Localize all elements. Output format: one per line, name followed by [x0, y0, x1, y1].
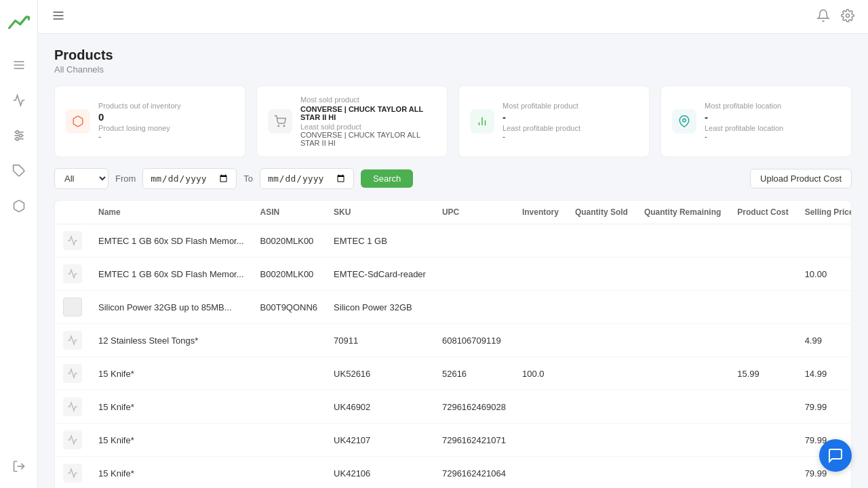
- col-icon: [55, 201, 90, 224]
- cell-sku: UK46902: [326, 390, 434, 424]
- cell-name: Silicon Power 32GB up to 85MB...: [90, 291, 252, 324]
- card-profitable-location-sublabel: Least profitable location: [705, 124, 783, 132]
- row-icon-cell: [55, 291, 90, 324]
- card-profitable-location-label: Most profitable location: [705, 102, 783, 110]
- cell-asin: B00T9QONN6: [252, 291, 326, 324]
- cell-name: 15 Knife*: [90, 457, 252, 489]
- barchart-card-icon: [470, 109, 494, 134]
- cell-inventory: [514, 424, 567, 457]
- svg-point-7: [19, 134, 22, 137]
- row-icon-cell: [55, 390, 90, 424]
- cell-quantity_remaining: [636, 390, 729, 424]
- table-row: Silicon Power 32GB up to 85MB...B00T9QON…: [55, 291, 852, 324]
- cell-quantity_sold: [567, 258, 636, 291]
- search-button[interactable]: Search: [361, 169, 413, 188]
- cell-product_cost: [729, 224, 796, 258]
- from-label: From: [115, 174, 136, 184]
- cell-quantity_remaining: [636, 324, 729, 357]
- cell-sku: UK42107: [326, 424, 434, 457]
- sidebar: [0, 0, 38, 488]
- cell-inventory: [514, 457, 567, 489]
- cell-name: 12 Stainless Steel Tongs*: [90, 324, 252, 357]
- cell-asin: B0020MLK00: [252, 224, 326, 258]
- date-from-input[interactable]: [142, 168, 237, 189]
- to-label: To: [243, 174, 253, 184]
- notification-icon[interactable]: [816, 9, 830, 24]
- svg-point-14: [846, 14, 850, 18]
- cell-product_cost: [729, 258, 796, 291]
- cell-asin: B0020MLK00: [252, 258, 326, 291]
- row-icon-cell: [55, 424, 90, 457]
- cell-product_cost: [729, 457, 796, 489]
- card-profitable-location-subvalue: -: [705, 132, 783, 142]
- cell-quantity_sold: [567, 291, 636, 324]
- card-profitable-product-value: -: [502, 111, 580, 123]
- channel-select[interactable]: All: [54, 168, 108, 189]
- card-most-sold: Most sold product CONVERSE | CHUCK TAYLO…: [256, 85, 448, 157]
- col-sku: SKU: [326, 201, 434, 224]
- row-icon-cell: [55, 258, 90, 291]
- menu-toggle-icon[interactable]: [8, 54, 30, 76]
- cell-selling_price: 10.00: [797, 258, 852, 291]
- topbar-right: [816, 9, 854, 24]
- col-upc: UPC: [434, 201, 514, 224]
- row-icon-cell: [55, 357, 90, 390]
- svg-point-16: [283, 125, 285, 127]
- cell-quantity_sold: [567, 224, 636, 258]
- card-profitable-product-subvalue: -: [502, 132, 580, 142]
- table-row: EMTEC 1 GB 60x SD Flash Memor...B0020MLK…: [55, 224, 852, 258]
- cell-sku: 70911: [326, 324, 434, 357]
- cell-sku: UK42106: [326, 457, 434, 489]
- cell-selling_price: [797, 224, 852, 258]
- page-subtitle: All Channels: [54, 64, 852, 75]
- analytics-icon[interactable]: [8, 89, 30, 111]
- cell-name: 15 Knife*: [90, 424, 252, 457]
- table-row: 15 Knife*UK5261652616100.015.9914.991599…: [55, 357, 852, 390]
- cell-inventory: [514, 390, 567, 424]
- box-sidebar-icon[interactable]: [8, 195, 30, 217]
- products-table-wrap: Name ASIN SKU UPC Inventory Quantity Sol…: [54, 200, 852, 488]
- cell-inventory: [514, 324, 567, 357]
- cell-name: 15 Knife*: [90, 390, 252, 424]
- col-selling-price: Selling Price: [797, 201, 852, 224]
- card-profitable-location-value: -: [705, 111, 783, 123]
- card-profitable-location: Most profitable location - Least profita…: [660, 85, 852, 157]
- date-to-input[interactable]: [260, 168, 354, 189]
- product-default-icon: [63, 397, 82, 416]
- upload-product-cost-button[interactable]: Upload Product Cost: [750, 169, 852, 188]
- cell-upc: [434, 258, 514, 291]
- cell-quantity_remaining: [636, 424, 729, 457]
- table-row: EMTEC 1 GB 60x SD Flash Memor...B0020MLK…: [55, 258, 852, 291]
- products-table: Name ASIN SKU UPC Inventory Quantity Sol…: [55, 201, 852, 488]
- cell-upc: 7296162469028: [434, 390, 514, 424]
- svg-point-15: [278, 125, 279, 127]
- cell-upc: 7296162421064: [434, 457, 514, 489]
- app-logo[interactable]: [7, 11, 31, 35]
- card-inventory-content: Products out of inventory 0 Product losi…: [98, 102, 181, 142]
- row-icon-cell: [55, 224, 90, 258]
- cell-quantity_remaining: [636, 291, 729, 324]
- page-content: Products All Channels Products out of in…: [38, 34, 868, 488]
- cart-card-icon: [268, 109, 292, 134]
- cell-upc: 52616: [434, 357, 514, 390]
- cell-inventory: [514, 224, 567, 258]
- card-inventory-value: 0: [98, 111, 181, 123]
- logout-icon[interactable]: [8, 455, 30, 477]
- chat-button[interactable]: [819, 439, 852, 472]
- settings-icon[interactable]: [841, 9, 854, 24]
- card-inventory-sublabel: Product losing money: [98, 124, 181, 132]
- sliders-icon[interactable]: [8, 125, 30, 146]
- cell-name: 15 Knife*: [90, 357, 252, 390]
- card-profitable-product-content: Most profitable product - Least profitab…: [502, 102, 580, 142]
- svg-point-6: [16, 131, 18, 134]
- cell-product_cost: [729, 324, 796, 357]
- cell-selling_price: 4.99: [797, 324, 852, 357]
- page-title: Products: [54, 47, 852, 63]
- cell-upc: 7296162421071: [434, 424, 514, 457]
- cell-product_cost: [729, 424, 796, 457]
- col-name: Name: [90, 201, 252, 224]
- card-most-sold-value: CONVERSE | CHUCK TAYLOR ALL STAR II HI: [300, 105, 436, 121]
- cell-name: EMTEC 1 GB 60x SD Flash Memor...: [90, 258, 252, 291]
- tag-icon[interactable]: [8, 160, 30, 182]
- topbar-menu-icon[interactable]: [52, 9, 65, 24]
